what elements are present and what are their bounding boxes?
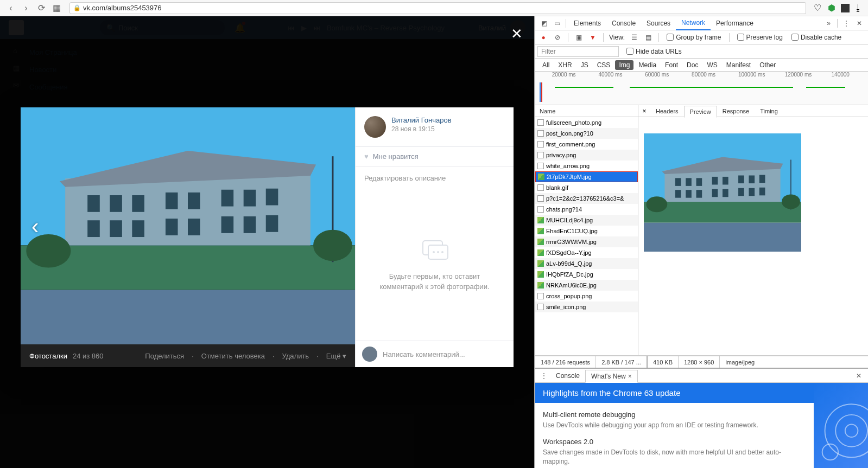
type-js[interactable]: JS xyxy=(577,60,592,70)
svg-rect-31 xyxy=(644,223,801,252)
tab-performance[interactable]: Performance xyxy=(711,16,759,30)
extension-icon[interactable] xyxy=(841,4,850,12)
like-button[interactable]: ♥ Мне нравится xyxy=(356,146,514,166)
request-row[interactable]: fXDSgdOa--Y.jpg xyxy=(535,247,638,258)
preserve-log-checkbox[interactable]: Preserve log xyxy=(734,34,786,41)
type-media[interactable]: Media xyxy=(635,60,660,70)
reload-button[interactable]: ⟳ xyxy=(35,2,48,15)
request-row[interactable]: aLv-b99d4_Q.jpg xyxy=(535,258,638,269)
status-dimensions: 1280 × 960 xyxy=(679,356,720,368)
tab-network[interactable]: Network xyxy=(676,16,711,30)
request-name: rrmrG3WWtVM.jpg xyxy=(546,239,597,245)
record-icon[interactable]: ● xyxy=(537,31,549,43)
timeline[interactable]: 20000 ms 40000 ms 60000 ms 80000 ms 1000… xyxy=(535,72,868,105)
group-by-frame-checkbox[interactable]: Group by frame xyxy=(663,34,724,41)
author-name[interactable]: Виталий Гончаров xyxy=(391,116,452,124)
request-row[interactable]: MUHCILdj9c4.jpg xyxy=(535,215,638,226)
request-row[interactable]: chats.png?14 xyxy=(535,204,638,215)
request-row[interactable]: p?c1=2&c2=13765216&c3=& xyxy=(535,193,638,204)
filter-input[interactable] xyxy=(537,46,619,57)
tab-console[interactable]: Console xyxy=(606,16,641,30)
ptab-response[interactable]: Response xyxy=(717,105,755,117)
drawer-menu-icon[interactable]: ⋮ xyxy=(537,369,550,382)
filter-icon[interactable]: ▼ xyxy=(587,31,599,43)
large-rows-icon[interactable]: ☰ xyxy=(628,31,640,43)
ptab-preview[interactable]: Preview xyxy=(684,106,717,118)
hide-data-urls-checkbox[interactable]: Hide data URLs xyxy=(623,48,685,55)
tabs-overflow-icon[interactable]: » xyxy=(822,20,835,27)
drawer-close-icon[interactable]: ✕ xyxy=(852,372,866,380)
svg-rect-45 xyxy=(712,189,718,197)
devtools-menu-icon[interactable]: ⋮ xyxy=(840,17,853,30)
type-xhr[interactable]: XHR xyxy=(554,60,575,70)
back-button[interactable]: ‹ xyxy=(4,2,17,15)
close-icon[interactable]: ✕ xyxy=(509,26,524,41)
file-icon xyxy=(537,184,544,191)
heart-icon[interactable]: ♡ xyxy=(813,3,822,13)
disable-cache-checkbox[interactable]: Disable cache xyxy=(788,34,845,41)
type-all[interactable]: All xyxy=(538,60,553,70)
share-link[interactable]: Поделиться xyxy=(145,352,184,360)
download-icon[interactable]: ⭳ xyxy=(854,3,864,13)
type-doc[interactable]: Doc xyxy=(683,60,702,70)
type-manifest[interactable]: Manifest xyxy=(723,60,755,70)
request-name: post_icon.png?10 xyxy=(546,130,593,137)
request-row[interactable]: post_icon.png?10 xyxy=(535,128,638,139)
forward-button[interactable]: › xyxy=(20,2,33,15)
request-row[interactable]: first_comment.png xyxy=(535,139,638,150)
tab-sources[interactable]: Sources xyxy=(641,16,676,30)
request-name: NRKAmU6ic0E.jpg xyxy=(546,282,597,289)
clear-icon[interactable]: ⊘ xyxy=(552,31,563,43)
comment-input[interactable]: Написать комментарий... xyxy=(383,350,507,358)
drawer-tab-console[interactable]: Console xyxy=(550,369,585,382)
wn-item-title[interactable]: Workspaces 2.0 xyxy=(543,438,806,446)
comment-icon xyxy=(420,239,450,262)
album-name[interactable]: Фотосталки xyxy=(29,352,67,360)
request-row[interactable]: EhsdEnC1CUQ.jpg xyxy=(535,226,638,236)
type-img[interactable]: Img xyxy=(615,60,633,70)
my-avatar xyxy=(362,347,377,362)
inspect-icon[interactable]: ◩ xyxy=(537,17,550,30)
svg-rect-5 xyxy=(87,195,100,212)
svg-rect-41 xyxy=(759,175,765,183)
request-row[interactable]: 2t7pDk7JtpM.jpg xyxy=(535,171,638,182)
type-other[interactable]: Other xyxy=(756,60,780,70)
request-row[interactable]: blank.gif xyxy=(535,182,638,193)
photo-image[interactable]: ‹ xyxy=(21,107,355,344)
ptab-headers[interactable]: Headers xyxy=(650,105,684,117)
adblock-icon[interactable]: ⬢ xyxy=(827,3,837,13)
apps-button[interactable]: ▦ xyxy=(50,2,63,15)
address-bar[interactable]: 🔒 vk.com/albums25453976 xyxy=(69,2,806,14)
svg-rect-34 xyxy=(675,178,681,186)
close-preview-icon[interactable]: × xyxy=(638,107,650,115)
author-avatar[interactable] xyxy=(364,116,386,138)
photo-viewer: ‹ Фотосталки 24 из 860 Поделиться· Отмет… xyxy=(21,107,514,367)
ptab-timing[interactable]: Timing xyxy=(755,105,783,117)
edit-description[interactable]: Редактировать описание xyxy=(356,166,514,190)
wn-item-title[interactable]: Multi-client remote debugging xyxy=(543,411,806,419)
column-name[interactable]: Name xyxy=(535,105,638,117)
request-row[interactable]: cross_popup.png xyxy=(535,291,638,302)
request-row[interactable]: rrmrG3WWtVM.jpg xyxy=(535,236,638,247)
request-row[interactable]: IHQbFfZA_Dc.jpg xyxy=(535,269,638,280)
camera-icon[interactable]: ▣ xyxy=(573,31,585,43)
prev-photo-icon[interactable]: ‹ xyxy=(31,214,39,238)
photo-author: Виталий Гончаров 28 ноя в 19:15 xyxy=(356,107,514,146)
request-row[interactable]: NRKAmU6ic0E.jpg xyxy=(535,280,638,291)
type-css[interactable]: CSS xyxy=(593,60,614,70)
tab-elements[interactable]: Elements xyxy=(568,16,606,30)
type-font[interactable]: Font xyxy=(661,60,682,70)
devtools-close-icon[interactable]: ✕ xyxy=(853,17,866,30)
comment-input-row: Написать комментарий... xyxy=(356,341,514,367)
drawer-tab-whatsnew[interactable]: What's New × xyxy=(585,370,638,383)
request-row[interactable]: fullscreen_photo.png xyxy=(535,117,638,128)
request-row[interactable]: white_arrow.png xyxy=(535,161,638,171)
tag-link[interactable]: Отметить человека xyxy=(201,352,265,360)
more-link[interactable]: Ещё ▾ xyxy=(326,352,346,360)
device-icon[interactable]: ▭ xyxy=(550,17,563,30)
request-row[interactable]: smile_icon.png xyxy=(535,302,638,312)
type-ws[interactable]: WS xyxy=(703,60,721,70)
request-row[interactable]: privacy.png xyxy=(535,150,638,161)
delete-link[interactable]: Удалить xyxy=(282,352,309,360)
overview-icon[interactable]: ▤ xyxy=(642,31,654,43)
